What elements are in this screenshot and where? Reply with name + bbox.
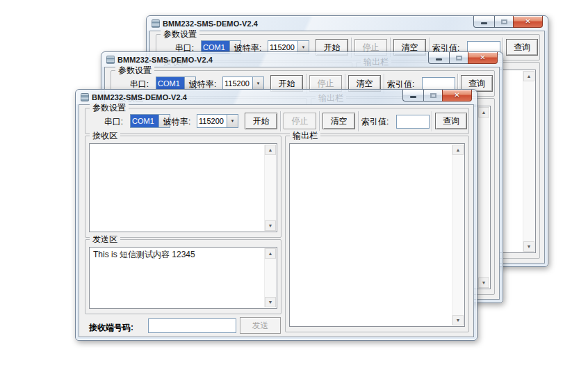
scroll-up-icon[interactable]: ▲ [452,145,464,155]
clear-button[interactable]: 清空 [322,113,355,129]
scroll-down-icon[interactable]: ▼ [478,277,489,288]
client-area: 参数设置 串口: COM1 ▼ 波特率: 115200 ▼ 开始 停止 清空 索… [79,104,474,337]
query-button[interactable]: 查询 [435,113,467,129]
serial-port-label: 串口: [121,79,149,89]
scrollbar[interactable]: ▲ ▼ [264,145,276,231]
scroll-down-icon[interactable]: ▼ [265,297,276,307]
scrollbar[interactable]: ▲ ▼ [264,248,276,307]
params-group-label: 参数设置 [90,103,129,113]
params-group-label: 参数设置 [115,65,154,75]
divider [280,111,281,131]
app-icon [106,56,115,64]
serial-port-value: COM1 [156,77,184,90]
output-group-label: 输出栏 [290,131,320,140]
scroll-down-icon[interactable]: ▼ [523,241,534,252]
close-icon: ✕ [480,54,485,61]
divider [319,111,320,131]
serial-port-label: 串口: [95,117,123,127]
baud-rate-value: 115200 [223,77,252,90]
maximize-button[interactable] [423,90,442,102]
close-icon: ✕ [454,92,459,99]
scroll-up-icon[interactable]: ▲ [265,145,276,155]
receive-group-label: 接收区 [90,131,120,140]
baud-rate-label: 波特率: [189,79,216,89]
query-button[interactable]: 查询 [506,39,538,56]
params-group-label: 参数设置 [161,29,199,39]
baud-rate-select[interactable]: 115200 ▼ [222,76,264,90]
send-textarea[interactable]: This is 短信测试内容 12345 ▲ ▼ [89,247,277,309]
scroll-down-icon[interactable]: ▼ [265,220,276,231]
scrollbar[interactable]: ▲ ▼ [452,145,464,325]
app-icon [81,93,89,102]
scroll-down-icon[interactable]: ▼ [452,315,464,325]
start-button[interactable]: 开始 [245,113,277,129]
minimize-button[interactable] [473,16,494,28]
close-icon: ✕ [525,18,530,25]
minimize-icon [436,58,442,60]
maximize-icon [456,56,462,60]
send-text: This is 短信测试内容 12345 [90,248,264,308]
receive-text [90,144,264,232]
maximize-icon [430,93,436,98]
maximize-icon [501,19,507,24]
window-title: BMM232-SMS-DEMO-V2.4 [117,56,213,64]
output-group: 输出栏 ▲ ▼ [285,136,469,332]
index-value-input[interactable] [396,115,430,129]
baud-rate-label: 波特率: [163,117,190,127]
divider [432,111,432,131]
close-button[interactable]: ✕ [513,16,543,28]
scrollbar[interactable]: ▲ ▼ [523,71,534,252]
minimize-icon [410,96,416,98]
minimize-icon [481,22,487,24]
window-front: BMM232-SMS-DEMO-V2.4 ✕ 参数设置 串口: COM1 ▼ 波… [75,89,477,341]
window-title: BMM232-SMS-DEMO-V2.4 [163,19,258,28]
scroll-up-icon[interactable]: ▲ [478,107,489,118]
window-title: BMM232-SMS-DEMO-V2.4 [92,93,187,102]
send-group-label: 发送区 [90,234,120,244]
dropdown-icon[interactable]: ▼ [252,77,263,90]
maximize-button[interactable] [494,16,513,28]
index-value-label: 索引值: [361,117,389,127]
send-group: 发送区 This is 短信测试内容 12345 ▲ ▼ [85,239,281,314]
output-textarea[interactable]: ▲ ▼ [289,143,465,327]
maximize-button[interactable] [449,52,468,64]
close-button[interactable]: ✕ [442,90,472,102]
scroll-up-icon[interactable]: ▲ [523,71,534,81]
receiver-number-input[interactable] [148,318,236,333]
index-value-label: 索引值: [387,79,414,89]
close-button[interactable]: ✕ [468,52,498,64]
baud-rate-value: 115200 [197,115,227,127]
serial-port-value: COM1 [131,115,158,127]
dropdown-icon[interactable]: ▼ [227,115,238,127]
params-group: 参数设置 串口: COM1 ▼ 波特率: 115200 ▼ 开始 停止 清空 索… [85,108,469,134]
send-button: 发送 [240,317,281,334]
minimize-button[interactable] [428,52,449,64]
receive-textarea[interactable]: ▲ ▼ [89,143,277,232]
scrollbar[interactable]: ▲ ▼ [477,107,489,288]
receive-group: 接收区 ▲ ▼ [85,136,281,238]
divider [358,111,359,131]
output-text [290,144,452,326]
baud-rate-select[interactable]: 115200 ▼ [197,114,238,128]
minimize-button[interactable] [402,90,423,102]
receiver-number-label: 接收端号码: [89,323,133,332]
scroll-up-icon[interactable]: ▲ [265,248,276,259]
app-icon [152,19,160,28]
stop-button: 停止 [284,113,316,129]
